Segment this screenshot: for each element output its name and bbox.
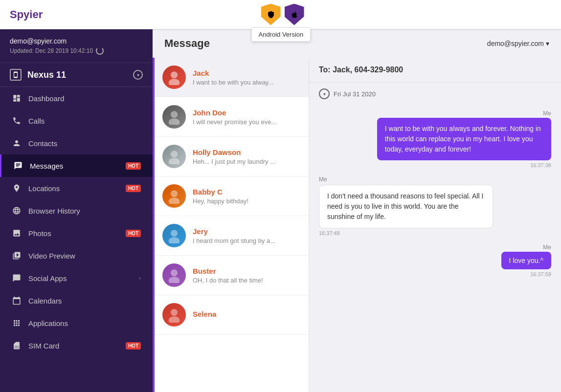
video-icon <box>12 251 22 261</box>
sidebar-item-messages-label: Messages <box>30 162 116 170</box>
svg-point-1 <box>169 79 180 85</box>
header-email: demo@spyier.com <box>487 40 544 47</box>
browser-icon <box>12 206 22 216</box>
social-apps-arrow-icon: › <box>139 275 141 282</box>
contact-name-buster: Buster <box>193 267 301 275</box>
svg-point-3 <box>169 118 180 125</box>
svg-point-9 <box>169 237 180 243</box>
contact-item-jack[interactable]: Jack I want to be with you alway... <box>155 58 309 97</box>
contact-info-john: John Doe I will never promise you eve... <box>193 109 301 126</box>
photos-icon <box>12 228 22 238</box>
contact-preview-babby: Hey, happy bithday! <box>193 197 301 205</box>
avatar-babby <box>162 184 186 208</box>
sidebar-item-calls-label: Calls <box>28 117 141 125</box>
avatar-jack <box>162 65 186 89</box>
sidebar-item-sim-card-label: SIM Card <box>28 342 116 350</box>
locations-icon <box>12 183 22 193</box>
sender-label-1: Me <box>543 110 551 117</box>
sidebar-item-contacts[interactable]: Contacts <box>0 132 153 154</box>
contact-item-john[interactable]: John Doe I will never promise you eve... <box>155 97 309 137</box>
sidebar-item-calendars[interactable]: Calendars <box>0 289 153 312</box>
contact-name-jery: Jery <box>193 227 301 236</box>
android-shield-icon[interactable] <box>261 4 281 25</box>
contact-name-babby: Babby C <box>193 188 301 196</box>
avatar-jery <box>162 224 186 247</box>
sender-label-3: Me <box>543 244 551 251</box>
svg-point-8 <box>171 230 178 237</box>
content-area: Message demo@spyier.com ▾ Jack I want to… <box>153 29 561 392</box>
calendar-icon <box>12 296 22 305</box>
message-group-3: Me I love you.^ 16:37:59 <box>319 244 551 277</box>
contact-item-buster[interactable]: Buster OH, I do that all the time! <box>155 256 309 295</box>
sidebar-item-browser-history[interactable]: Browser History <box>0 199 153 222</box>
message-bubble-1: I want to be with you always and forever… <box>377 118 551 160</box>
sidebar: demo@spyier.com Updated: Dec 28 2019 10:… <box>0 29 153 392</box>
svg-point-11 <box>169 277 180 283</box>
svg-point-10 <box>171 269 178 276</box>
contact-name-holly: Holly Dawson <box>193 148 301 156</box>
page-title: Message <box>164 37 210 50</box>
social-icon <box>12 273 22 283</box>
sidebar-item-locations-label: Locations <box>28 184 116 193</box>
avatar-selena <box>162 303 186 327</box>
contact-item-jery[interactable]: Jery I heard mom got stung by a... <box>155 216 309 256</box>
sidebar-item-locations[interactable]: Locations HOT <box>0 177 153 199</box>
sim-icon <box>12 341 22 350</box>
date-collapse-icon[interactable]: ▾ <box>319 88 330 99</box>
sidebar-item-applications[interactable]: Applications <box>0 312 153 334</box>
message-time-2: 16:37:48 <box>319 230 340 236</box>
svg-point-2 <box>171 111 178 118</box>
device-selector[interactable]: Nexus 11 ▾ <box>0 63 153 87</box>
contact-item-babby[interactable]: Babby C Hey, happy bithday! <box>155 176 309 216</box>
sidebar-item-video-preview[interactable]: Video Preview <box>0 244 153 267</box>
contact-name-jack: Jack <box>193 69 301 77</box>
device-chevron-icon[interactable]: ▾ <box>133 70 143 80</box>
sidebar-updated: Updated: Dec 28 2019 10:42:10 <box>10 47 143 55</box>
dashboard-icon <box>12 93 22 103</box>
contact-name-selena: Selena <box>193 310 301 318</box>
calls-icon <box>12 116 22 126</box>
message-time-1: 16:37:38 <box>530 162 551 168</box>
messages-hot-badge: HOT <box>126 162 141 170</box>
android-tooltip: Android Version <box>251 27 311 42</box>
messages-icon <box>13 161 23 171</box>
sidebar-item-sim-card[interactable]: SIM Card HOT <box>0 334 153 357</box>
svg-point-6 <box>171 190 178 197</box>
contact-preview-jery: I heard mom got stung by a... <box>193 237 301 244</box>
contact-item-holly[interactable]: Holly Dawson Heh... I just put my laundr… <box>155 137 309 176</box>
avatar-buster <box>162 263 186 287</box>
contact-item-selena[interactable]: Selena <box>155 295 309 335</box>
sidebar-item-dashboard-label: Dashboard <box>28 94 141 103</box>
message-bubble-3: I love you.^ <box>501 252 551 269</box>
sidebar-item-social-apps[interactable]: Social Apps › <box>0 267 153 289</box>
sidebar-item-photos-label: Photos <box>28 229 116 238</box>
locations-hot-badge: HOT <box>126 185 141 192</box>
sidebar-item-applications-label: Applications <box>28 319 141 327</box>
messages-pane: Jack I want to be with you alway... John… <box>153 58 561 392</box>
contact-info-jery: Jery I heard mom got stung by a... <box>193 227 301 244</box>
contact-info-jack: Jack I want to be with you alway... <box>193 69 301 86</box>
sidebar-item-messages[interactable]: Messages HOT <box>0 154 153 177</box>
sidebar-item-dashboard[interactable]: Dashboard <box>0 87 153 109</box>
sidebar-item-social-apps-label: Social Apps <box>28 274 132 283</box>
svg-point-12 <box>171 309 178 316</box>
refresh-icon[interactable] <box>96 47 104 55</box>
message-bubble-2: I don't need a thousand reasons to feel … <box>319 185 493 228</box>
sidebar-email: demo@spyier.com <box>10 37 143 45</box>
svg-point-0 <box>171 71 178 78</box>
chat-area: To: Jack, 604-329-9800 ▾ Fri Jul 31 2020… <box>309 58 561 392</box>
contact-info-holly: Holly Dawson Heh... I just put my laundr… <box>193 148 301 165</box>
apple-shield-icon[interactable] <box>285 4 304 25</box>
sidebar-item-calls[interactable]: Calls <box>0 109 153 132</box>
header-user[interactable]: demo@spyier.com ▾ <box>487 40 549 47</box>
svg-point-4 <box>171 151 178 157</box>
contact-name-john: John Doe <box>193 109 301 117</box>
avatar-john <box>162 105 186 129</box>
contact-preview-jack: I want to be with you alway... <box>193 79 301 86</box>
nav-items: Dashboard Calls Contacts Messages HO <box>0 87 153 392</box>
message-time-3: 16:37:59 <box>530 271 551 277</box>
sidebar-item-photos[interactable]: Photos HOT <box>0 222 153 244</box>
platform-icons: Android Version <box>261 4 304 25</box>
chat-messages: Me I want to be with you always and fore… <box>309 105 561 392</box>
contact-info-buster: Buster OH, I do that all the time! <box>193 267 301 284</box>
